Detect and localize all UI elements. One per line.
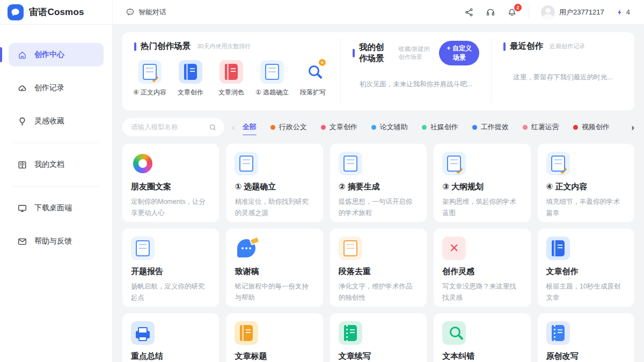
user-account[interactable]: 用户23771217 [541,5,604,19]
category-tab[interactable]: 视频创作 [573,119,610,135]
headset-icon[interactable] [486,8,495,17]
tabs-scroll-right[interactable]: › [631,123,634,132]
category-tab[interactable]: 红薯运营 [523,119,559,135]
sidebar-item-label: 帮助与反馈 [34,237,72,246]
model-card[interactable]: 文章创作根据主题，10秒生成原创文章 [538,228,634,307]
card-description: 根据主题，10秒生成原创文章 [546,281,626,303]
recent-empty-text: 这里，要留存下我们最近的时光... [503,52,623,103]
notification-bell-icon[interactable]: 2 [507,8,517,17]
hot-scene-label: ① 选题确立 [255,88,289,97]
custom-scene-button[interactable]: + 自定义场景 [439,41,479,65]
category-tab-label: 文章创作 [330,122,357,132]
category-tab[interactable]: 论文辅助 [371,119,408,135]
hot-scene-list: ④ 正文内容文章创作文章润色① 选题确立+段落扩写 [134,60,328,97]
category-tab-label: 工作提效 [481,122,509,132]
hot-scene-label: ④ 正文内容 [133,88,166,97]
category-dot-icon [371,125,376,130]
header-divider [529,6,529,18]
share-icon[interactable] [464,8,474,17]
category-tab[interactable]: 文章创作 [321,119,357,135]
tabs-scroll-left[interactable]: ‹ [232,123,235,132]
proofread-mag-icon [442,321,466,345]
paragraph-expand-icon: + [301,60,325,84]
sidebar-item-creation-center[interactable]: 创作中心 [9,43,104,67]
chat-bubble-icon [126,8,135,17]
app-title: 宙语Cosmos [29,6,84,18]
username: 用户23771217 [559,8,604,17]
category-tab[interactable]: 工作提效 [472,119,509,135]
model-card[interactable]: 文章续写延续风格续写文章 [330,313,427,362]
card-title: ① 选题确立 [235,182,314,192]
model-card[interactable]: ④ 正文内容填充细节，丰盈你的学术篇章 [538,144,634,222]
hot-scene-label: 文章润色 [218,88,244,97]
model-card[interactable]: ✕创作灵感写文章没思路？来这里找找灵感 [434,228,530,307]
category-tab[interactable]: 行政公文 [270,119,307,135]
card-title: 文章续写 [339,351,418,361]
sidebar-item-download-desktop[interactable]: 下载桌面端 [9,196,104,220]
model-card[interactable]: 朋友圈文案定制你的Moments，让分享更动人心 [122,144,219,222]
card-description: 填充细节，丰盈你的学术篇章 [546,196,626,218]
hot-scene-item[interactable]: 文章润色 [216,60,247,97]
category-dot-icon [523,125,528,130]
model-card[interactable]: 重点总结文章重点内容总结 [122,313,219,362]
search-icon[interactable] [209,123,217,131]
article-book-icon [546,237,570,260]
continue-notebook-icon [339,321,362,345]
card-title: 文本纠错 [442,351,522,361]
sidebar-item-help-feedback[interactable]: 帮助与反馈 [9,230,104,253]
hot-scene-item[interactable]: ① 选题确立 [257,60,288,97]
card-title: ④ 正文内容 [546,182,626,192]
app-logo-icon [8,4,24,20]
model-search-box[interactable] [122,118,224,136]
category-dot-icon [573,125,578,130]
search-input[interactable] [130,123,204,131]
sidebar: 创作中心 创作记录 灵感收藏 我的文档 下载桌面端 帮助与反馈 [0,25,113,362]
smart-chat-entry[interactable]: 智能对话 [126,8,166,17]
category-tab[interactable]: 商业营销 [624,119,624,135]
model-card[interactable]: 致谢稿铭记旅程中的每一份支持与帮助 [226,228,323,307]
thanks-bubble-icon [235,237,258,260]
body-content-icon [138,60,162,84]
article-write-icon [179,60,202,84]
card-description: 提炼思想，一句话开启你的学术旅程 [339,196,418,218]
card-description: 写文章没思路？来这里找找灵感 [442,281,522,303]
model-card[interactable]: ① 选题确立精准定位，助你找到研究的灵感之源 [226,144,323,222]
model-card[interactable]: 段落去重净化文字，维护学术作品的独创性 [330,228,427,307]
energy-counter[interactable]: 4 [616,8,630,17]
hot-scene-item[interactable]: +段落扩写 [297,60,328,97]
category-tab-label: 论文辅助 [380,122,408,132]
hot-scene-label: 文章创作 [178,88,203,97]
card-title: ③ 大纲规划 [442,182,522,192]
hot-scene-item[interactable]: 文章创作 [175,60,206,97]
card-description: 扬帆启航，定义你的研究起点 [131,281,210,303]
model-card[interactable]: 文本纠错智能修正错别字，纠正语法错误 [434,313,530,362]
sidebar-item-label: 创作记录 [34,83,64,93]
notification-badge: 2 [514,4,522,11]
card-description: 架构思维，筑起你的学术蓝图 [442,196,522,218]
category-tab[interactable]: 全部 [243,119,257,135]
sidebar-item-inspiration-favorites[interactable]: 灵感收藏 [9,109,104,133]
sidebar-item-label: 我的文档 [34,160,64,169]
home-icon [17,50,27,60]
model-card[interactable]: ③ 大纲规划架构思维，筑起你的学术蓝图 [434,144,530,222]
card-title: 重点总结 [131,351,210,361]
model-card[interactable]: 文章标题根据主题及文章内容，生成爆款标题 [226,313,323,362]
sidebar-divider [13,143,99,143]
category-dot-icon [422,125,427,130]
model-card[interactable]: 原创改写主题不变，智能改写文章 [538,313,634,362]
card-title: 朋友圈文案 [131,182,210,192]
category-tab-label: 行政公文 [279,122,307,132]
card-title: ② 摘要生成 [339,182,418,192]
model-card[interactable]: ② 摘要生成提炼思想，一句话开启你的学术旅程 [330,144,427,222]
category-tab-label: 社媒创作 [430,122,458,132]
body-doc-icon [546,152,570,175]
hot-scene-item[interactable]: ④ 正文内容 [134,60,165,97]
summary-printer-icon [131,321,155,345]
model-card[interactable]: 开题报告扬帆启航，定义你的研究起点 [122,228,219,307]
recent-creations-panel: 最近创作 近期创作记录 这里，要留存下我们最近的时光... [491,40,634,103]
sidebar-item-my-documents[interactable]: 我的文档 [9,153,104,176]
main-content: 热门创作场景 30天内使用次数排行 ④ 正文内容文章创作文章润色① 选题确立+段… [113,25,644,362]
category-tab[interactable]: 社媒创作 [422,119,458,135]
my-scenes-empty-text: 初次见面，未来让我和你并肩战斗吧... [353,65,479,103]
sidebar-item-creation-records[interactable]: 创作记录 [9,76,104,100]
